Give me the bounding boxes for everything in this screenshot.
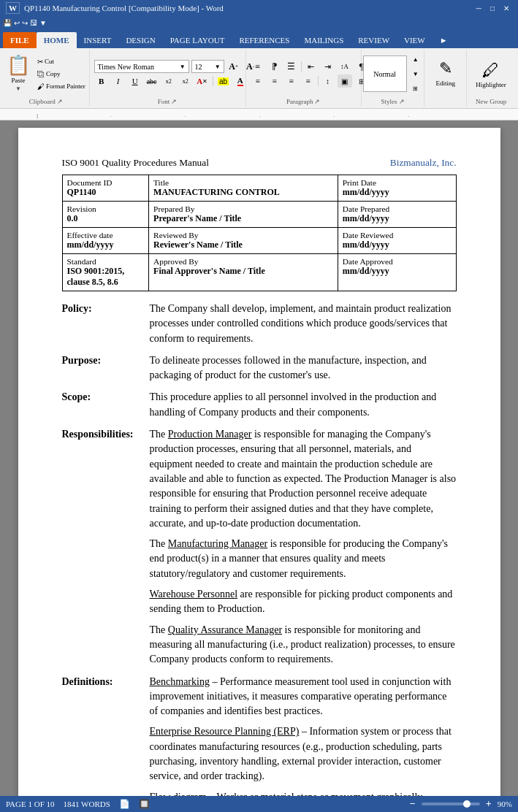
ribbon-group-paragraph: ≡ ⁋ ☰ ⇤ ⇥ ↕A ¶ ≡ ≡ ≡ ≡ ↕ ▣ ⊞ Paragraph <box>246 50 362 107</box>
responsibilities-label: Responsibilities: <box>62 427 150 667</box>
styles-down-btn[interactable]: ▼ <box>408 67 423 80</box>
policy-body: The Company shall develop, implement, an… <box>150 302 457 346</box>
page-info[interactable]: PAGE 1 OF 10 <box>6 800 55 808</box>
bullets-button[interactable]: ≡ <box>251 60 265 73</box>
numbering-button[interactable]: ⁋ <box>267 60 282 73</box>
undo-quick-btn[interactable]: ↩ <box>14 19 20 27</box>
font-format-row: B I U abc x2 x2 A ✕ ab A <box>94 74 248 88</box>
subscript-button[interactable]: x2 <box>161 74 176 88</box>
tab-page-layout[interactable]: PAGE LAYOUT <box>163 32 232 48</box>
tab-file[interactable]: FILE <box>3 32 37 48</box>
highlighter-button[interactable]: 🖊 Highlighter <box>469 60 513 88</box>
close-button[interactable]: ✕ <box>500 4 512 12</box>
save-quick-btn[interactable]: 💾 <box>3 19 12 27</box>
zoom-thumb[interactable] <box>463 800 471 808</box>
para-sep1 <box>301 61 302 72</box>
underline-button[interactable]: U <box>128 74 142 88</box>
paragraph-expand-icon[interactable]: ↗ <box>314 98 320 105</box>
minimize-button[interactable]: ─ <box>473 4 484 12</box>
policy-section: Policy: The Company shall develop, imple… <box>62 302 457 346</box>
ruler: 1 · · · · · <box>0 109 518 120</box>
font-size-selector[interactable]: 12 ▼ <box>191 60 224 73</box>
ribbon-group-styles: Normal ▲ ▼ ⊞ Styles ↗ <box>362 50 425 107</box>
shading-button[interactable]: ▣ <box>338 74 352 88</box>
align-right-button[interactable]: ≡ <box>284 74 299 88</box>
ribbon-group-editing: ✎ Editing <box>424 50 467 107</box>
word-count[interactable]: 1841 WORDS <box>64 800 110 808</box>
clear-format-button[interactable]: A ✕ <box>195 74 210 88</box>
table-cell: Prepared By Preparer's Name / Title <box>149 202 338 228</box>
table-cell: Revision 0.0 <box>62 202 149 228</box>
align-left-button[interactable]: ≡ <box>251 74 265 88</box>
increase-indent-button[interactable]: ⇥ <box>321 60 335 73</box>
resp-para4: The Quality Assurance Manager is respons… <box>150 623 457 667</box>
editing-button[interactable]: ✎ Editing <box>427 51 464 95</box>
quick-access-dropdown[interactable]: ▼ <box>39 19 47 27</box>
multilevel-list-button[interactable]: ☰ <box>284 60 299 73</box>
zoom-minus-btn[interactable]: − <box>410 798 416 810</box>
new-group-label: New Group <box>471 98 511 105</box>
restore-button[interactable]: □ <box>487 4 498 12</box>
decrease-indent-button[interactable]: ⇤ <box>304 60 319 73</box>
document-area: ISO 9001 Quality Procedures Manual Bizma… <box>0 120 518 812</box>
font-name-selector[interactable]: Times New Roman ▼ <box>94 60 189 73</box>
purpose-label: Purpose: <box>62 353 150 383</box>
font-grow-button[interactable]: A+ <box>226 60 241 73</box>
clipboard-expand-icon[interactable]: ↗ <box>57 98 63 105</box>
print-quick-btn[interactable]: 🖫 <box>30 19 37 27</box>
table-cell: Standard ISO 9001:2015, clause 8.5, 8.6 <box>62 254 149 291</box>
table-cell: Date Prepared mm/dd/yyyy <box>338 202 456 228</box>
tab-references[interactable]: REFERENCES <box>232 32 297 48</box>
paste-dropdown[interactable]: ▼ <box>15 85 21 92</box>
highlight-button[interactable]: ab <box>216 74 231 88</box>
cut-button[interactable]: ✂ Cut <box>34 56 88 67</box>
scope-label: Scope: <box>62 390 150 420</box>
title-bar-left: W QP1140 Manufacturing Control [Compatib… <box>6 2 224 14</box>
format-painter-button[interactable]: 🖌 Format Painter <box>34 81 88 92</box>
purpose-text: To delineate processes followed in the m… <box>150 353 457 383</box>
tab-home[interactable]: HOME <box>37 32 77 48</box>
tab-design[interactable]: DESIGN <box>118 32 162 48</box>
tab-more[interactable]: ► <box>433 32 455 48</box>
tab-review[interactable]: REVIEW <box>351 32 397 48</box>
font-name-dropdown-icon[interactable]: ▼ <box>180 64 186 70</box>
styles-content: Normal ▲ ▼ ⊞ <box>366 51 420 96</box>
doc-header-right[interactable]: Bizmanualz, Inc. <box>390 157 457 169</box>
italic-button[interactable]: I <box>111 74 126 88</box>
title-bar-controls[interactable]: ─ □ ✕ <box>473 4 512 12</box>
quick-access-toolbar: 💾 ↩ ↪ 🖫 ▼ <box>0 16 518 29</box>
copy-button[interactable]: ⿻ Copy <box>34 69 88 80</box>
table-row: Document ID QP1140 Title MANUFACTURING C… <box>62 175 456 202</box>
ruler-mark-3: · <box>185 113 186 120</box>
tab-mailings[interactable]: MAILINGS <box>297 32 351 48</box>
zoom-slider[interactable] <box>422 803 480 805</box>
superscript-button[interactable]: x2 <box>178 74 193 88</box>
font-size-dropdown-icon[interactable]: ▼ <box>215 64 221 70</box>
styles-nav: ▲ ▼ ⊞ <box>408 53 423 95</box>
scope-text: This procedure applies to all personnel … <box>150 390 457 420</box>
styles-normal-btn[interactable]: Normal <box>363 55 407 92</box>
line-spacing-button[interactable]: ↕ <box>321 74 335 88</box>
tab-insert[interactable]: INSERT <box>77 32 119 48</box>
table-row: Standard ISO 9001:2015, clause 8.5, 8.6 … <box>62 254 456 291</box>
redo-quick-btn[interactable]: ↪ <box>22 19 28 27</box>
word-logo-icon: W <box>6 2 20 14</box>
strikethrough-button[interactable]: abc <box>145 74 159 88</box>
tab-view[interactable]: VIEW <box>397 32 433 48</box>
benchmarking-term: Benchmarking <box>150 676 210 687</box>
justify-button[interactable]: ≡ <box>301 74 316 88</box>
paste-button[interactable]: 📋 Paste ▼ <box>4 52 33 96</box>
font-expand-icon[interactable]: ↗ <box>171 98 177 105</box>
sort-button[interactable]: ↕A <box>338 60 352 73</box>
bold-button[interactable]: B <box>94 74 109 88</box>
align-center-button[interactable]: ≡ <box>267 74 282 88</box>
paragraph-label: Paragraph ↗ <box>251 98 357 105</box>
styles-up-btn[interactable]: ▲ <box>408 53 423 66</box>
table-row: Effective date mm/dd/yyyy Reviewed By Re… <box>62 228 456 254</box>
zoom-level[interactable]: 90% <box>498 800 512 808</box>
styles-expand-icon[interactable]: ↗ <box>399 98 405 105</box>
styles-expand-btn[interactable]: ⊞ <box>408 82 423 95</box>
editing-icon: ✎ <box>439 59 452 78</box>
table-cell: Approved By Final Approver's Name / Titl… <box>149 254 338 291</box>
zoom-plus-btn[interactable]: + <box>486 798 492 810</box>
